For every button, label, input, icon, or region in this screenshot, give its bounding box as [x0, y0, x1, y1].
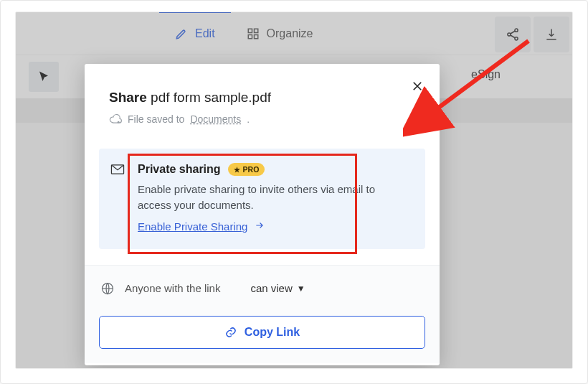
permission-scope-label: Anyone with the link — [125, 282, 220, 294]
pro-badge: ★PRO — [228, 163, 265, 176]
permission-access-dropdown[interactable]: can view ▼ — [250, 282, 305, 294]
saved-location-link[interactable]: Documents — [190, 113, 241, 125]
globe-icon — [100, 281, 115, 296]
modal-title: Share pdf form sample.pdf — [109, 90, 415, 106]
pro-badge-text: PRO — [243, 165, 260, 174]
envelope-icon — [110, 164, 125, 174]
star-icon: ★ — [234, 166, 240, 174]
arrow-right-icon — [253, 220, 266, 233]
close-button[interactable] — [405, 74, 430, 98]
saved-prefix: File saved to — [128, 113, 184, 125]
saved-location-row: File saved to Documents. — [109, 113, 415, 126]
private-sharing-description: Enable private sharing to invite others … — [138, 182, 403, 213]
share-modal: Share pdf form sample.pdf File saved to … — [85, 64, 440, 365]
permission-access-label: can view — [250, 282, 292, 294]
cloud-icon — [109, 113, 122, 126]
copy-link-button[interactable]: Copy Link — [99, 316, 425, 349]
link-permission-section: Anyone with the link can view ▼ Copy Lin… — [85, 265, 440, 363]
enable-link-text: Enable Private Sharing — [138, 220, 247, 233]
modal-filename: pdf form sample.pdf — [151, 90, 271, 105]
private-sharing-card: Private sharing ★PRO Enable private shar… — [99, 149, 425, 249]
copy-link-label: Copy Link — [245, 326, 300, 339]
close-icon — [411, 80, 424, 93]
link-icon — [224, 326, 237, 339]
private-sharing-heading: Private sharing — [138, 163, 221, 176]
svg-point-7 — [118, 121, 120, 123]
enable-private-sharing-link[interactable]: Enable Private Sharing — [138, 220, 266, 233]
chevron-down-icon: ▼ — [297, 284, 305, 294]
modal-title-prefix: Share — [109, 90, 147, 105]
